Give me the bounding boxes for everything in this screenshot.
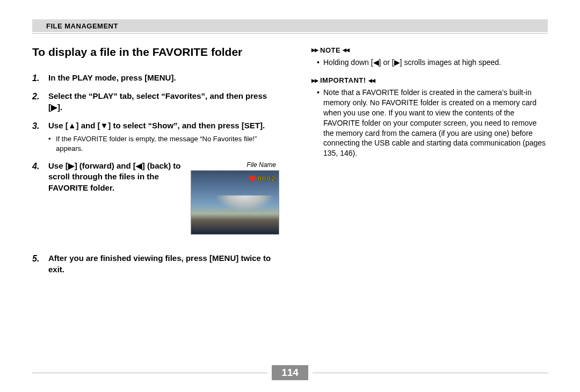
file-name-label: File Name [191, 161, 276, 169]
footer-rule-right [313, 373, 548, 373]
step-5: After you are finished viewing files, pr… [32, 253, 279, 275]
content-columns: To display a file in the FAVORITE folder… [32, 46, 548, 282]
section-header-text: File Management [46, 19, 118, 32]
step-4-text: Use [▶] (forward) and [◀] (back) to scro… [48, 161, 183, 193]
important-callout: ▶▶ IMPORTANT! ◀◀ Note that a FAVORITE fo… [311, 76, 548, 158]
favorite-badge: 0002 [249, 174, 276, 184]
note-list: Holding down [◀] or [▶] scrolls images a… [311, 57, 548, 68]
page: File Management To display a file in the… [0, 0, 580, 392]
page-footer: 114 [32, 365, 548, 380]
step-3: Use [▲] and [▼] to select “Show”, and th… [32, 120, 279, 153]
left-column: To display a file in the FAVORITE folder… [32, 46, 279, 282]
right-column: ▶▶ NOTE ◀◀ Holding down [◀] or [▶] scrol… [311, 46, 548, 282]
note-callout: ▶▶ NOTE ◀◀ Holding down [◀] or [▶] scrol… [311, 46, 548, 67]
step-3-text: Use [▲] and [▼] to select “Show”, and th… [48, 120, 279, 131]
important-item: Note that a FAVORITE folder is created i… [317, 88, 548, 158]
step-5-text: After you are finished viewing files, pr… [48, 253, 279, 275]
important-list: Note that a FAVORITE folder is created i… [311, 88, 548, 158]
favorite-thumbnail: 0002 [191, 170, 279, 235]
step-2-text: Select the “PLAY” tab, select “Favorites… [48, 91, 279, 113]
heart-icon [249, 175, 256, 183]
footer-rule-left [32, 373, 267, 373]
favorite-badge-number: 0002 [258, 174, 276, 184]
step-1-text: In the PLAY mode, press [MENU]. [48, 72, 279, 83]
page-heading: To display a file in the FAVORITE folder [32, 46, 279, 59]
thumbnail-wrapper: File Name 0002 [191, 161, 279, 235]
important-heading: ▶▶ IMPORTANT! ◀◀ [311, 76, 548, 85]
note-trailing-icon: ◀◀ [343, 48, 349, 53]
important-trailing-icon: ◀◀ [368, 78, 375, 83]
important-label: IMPORTANT! [320, 76, 366, 85]
important-leading-icon: ▶▶ [311, 78, 318, 83]
steps-list: In the PLAY mode, press [MENU]. Select t… [32, 72, 279, 275]
section-header-bar: File Management [32, 19, 548, 32]
note-leading-icon: ▶▶ [311, 48, 318, 53]
step-4: Use [▶] (forward) and [◀] (back) to scro… [32, 161, 279, 235]
header-divider [32, 33, 548, 34]
note-label: NOTE [320, 46, 340, 55]
page-number: 114 [272, 365, 308, 380]
step-3-sublist: If the FAVORITE folder is empty, the mes… [48, 134, 279, 153]
note-heading: ▶▶ NOTE ◀◀ [311, 46, 548, 55]
step-2: Select the “PLAY” tab, select “Favorites… [32, 91, 279, 113]
thumbnail-mountain [191, 195, 279, 228]
note-item: Holding down [◀] or [▶] scrolls images a… [317, 57, 548, 68]
step-3-sub-item: If the FAVORITE folder is empty, the mes… [48, 134, 279, 153]
step-1: In the PLAY mode, press [MENU]. [32, 72, 279, 83]
